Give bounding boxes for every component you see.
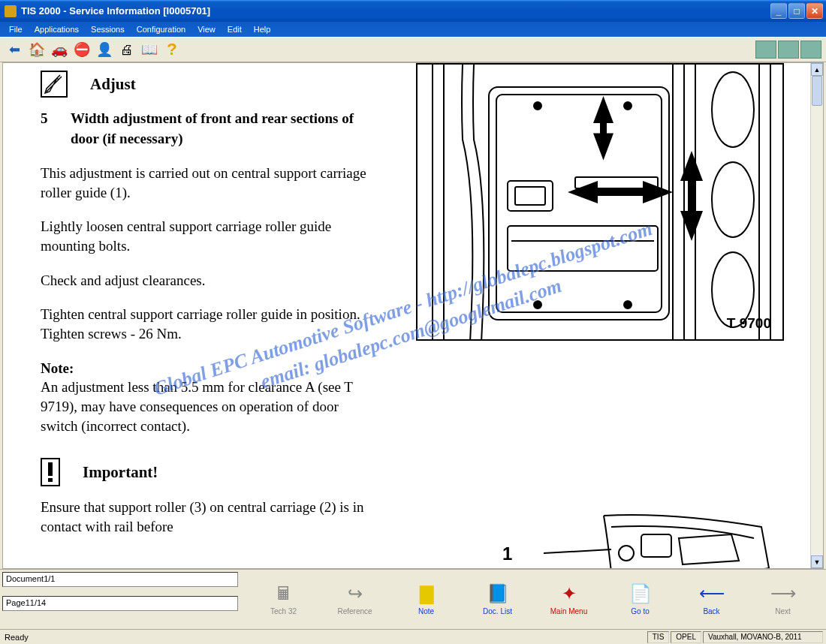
svg-rect-5: [515, 187, 545, 205]
paragraph-3: Check and adjust clearances.: [41, 271, 378, 290]
svg-point-10: [712, 162, 754, 237]
goto-button[interactable]: 📄 Go to: [614, 583, 667, 615]
menu-file[interactable]: File: [3, 23, 29, 35]
diagram-t9700: T 9700: [416, 63, 784, 341]
svg-point-9: [712, 72, 754, 147]
menu-applications[interactable]: Applications: [29, 23, 85, 35]
svg-point-15: [624, 301, 632, 308]
menu-edit[interactable]: Edit: [222, 23, 248, 35]
reference-icon: ↪: [348, 583, 363, 604]
help-icon[interactable]: ?: [162, 40, 182, 59]
paragraph-4: Tighten central support carriage roller …: [41, 305, 378, 343]
svg-point-14: [534, 301, 541, 308]
status-tis: TIS: [647, 631, 670, 643]
status-opel: OPEL: [671, 631, 701, 643]
menu-help[interactable]: Help: [248, 23, 277, 35]
paragraph-1: This adjustment is carried out on centra…: [41, 164, 378, 202]
diagram-label: T 9700: [727, 314, 771, 333]
print-icon[interactable]: 🖨: [117, 40, 137, 59]
svg-point-13: [624, 102, 632, 110]
window-title: TIS 2000 - Service Information [I0005701…: [20, 5, 770, 17]
callout-1: 1: [502, 542, 512, 566]
svg-rect-17: [641, 534, 671, 557]
scroll-down-icon[interactable]: ▼: [811, 555, 823, 568]
document-view[interactable]: Adjust 5 Width adjustment of front and r…: [3, 63, 810, 568]
document-info-field[interactable]: Document1/1: [2, 572, 238, 587]
diagram-lower: 1: [416, 493, 784, 568]
close-button[interactable]: ✕: [806, 3, 823, 19]
exit-icon[interactable]: ⬅: [5, 40, 24, 59]
svg-rect-3: [496, 95, 662, 312]
minimize-button[interactable]: _: [770, 3, 787, 19]
vertical-scrollbar[interactable]: ▲ ▼: [810, 63, 823, 568]
note-label: Note:: [41, 360, 74, 376]
menu-view[interactable]: View: [191, 23, 222, 35]
panel2-button[interactable]: [778, 41, 799, 59]
menubar: File Applications Sessions Configuration…: [0, 22, 826, 37]
note-icon: ▇: [420, 583, 433, 604]
adjust-icon: [41, 71, 68, 98]
doclist-button[interactable]: 📘 Doc. List: [472, 583, 524, 615]
statusbar: Ready TIS OPEL Vauxhall, MOVANO-B, 2011: [0, 629, 826, 644]
back-icon: ⟵: [699, 583, 725, 604]
app-icon: [5, 5, 17, 17]
titlebar: TIS 2000 - Service Information [I0005701…: [0, 0, 826, 22]
paragraph-5: Ensure that support roller (3) on centra…: [41, 498, 378, 536]
svg-point-16: [619, 546, 634, 561]
calculator-icon: 🖩: [275, 583, 293, 604]
status-ready: Ready: [3, 633, 646, 642]
home-icon[interactable]: 🏠: [27, 40, 47, 59]
note-block: Note: An adjustment less than 5.5 mm for…: [41, 359, 378, 436]
paragraph-2: Lightly loosen central support carriage …: [41, 217, 378, 255]
svg-rect-1: [48, 478, 53, 482]
user-icon[interactable]: 👤: [95, 40, 114, 59]
note-text: An adjustment less than 5.5 mm for clear…: [41, 379, 353, 433]
svg-rect-7: [508, 226, 658, 271]
step-title: Width adjustment of front and rear secti…: [71, 109, 356, 149]
footer-toolbar: Document1/1 Page11/14 🖩 Tech 32 ↪ Refere…: [0, 569, 826, 629]
back-button[interactable]: ⟵ Back: [686, 583, 738, 615]
maximize-button[interactable]: □: [788, 3, 805, 19]
goto-icon: 📄: [629, 583, 652, 604]
svg-point-12: [534, 102, 541, 110]
menu-configuration[interactable]: Configuration: [131, 23, 191, 35]
page-info-field[interactable]: Page11/14: [2, 596, 238, 611]
status-vehicle: Vauxhall, MOVANO-B, 2011: [703, 631, 823, 643]
content-area: Adjust 5 Width adjustment of front and r…: [2, 62, 824, 569]
toolbar: ⬅ 🏠 🚗 ⛔ 👤 🖨 📖 ?: [0, 37, 826, 62]
stop-icon[interactable]: ⛔: [72, 40, 92, 59]
reference-button[interactable]: ↪ Reference: [329, 583, 381, 615]
mainmenu-icon: ✦: [562, 583, 577, 604]
important-title: Important!: [83, 462, 158, 483]
adjust-title: Adjust: [90, 74, 136, 95]
menu-sessions[interactable]: Sessions: [85, 23, 131, 35]
next-button[interactable]: ⟶ Next: [757, 583, 809, 615]
step-number: 5: [41, 109, 71, 149]
panel1-button[interactable]: [755, 41, 776, 59]
next-icon: ⟶: [770, 583, 796, 604]
scroll-thumb[interactable]: [812, 76, 822, 106]
svg-rect-0: [48, 462, 53, 476]
panel3-button[interactable]: [800, 41, 821, 59]
vehicle-icon[interactable]: 🚗: [50, 40, 69, 59]
book-icon[interactable]: 📖: [140, 40, 159, 59]
tech32-button[interactable]: 🖩 Tech 32: [258, 583, 310, 615]
scroll-up-icon[interactable]: ▲: [811, 63, 823, 76]
note-button[interactable]: ▇ Note: [400, 583, 453, 615]
important-icon: [41, 458, 60, 486]
doclist-icon: 📘: [487, 583, 509, 604]
mainmenu-button[interactable]: ✦ Main Menu: [543, 583, 595, 615]
